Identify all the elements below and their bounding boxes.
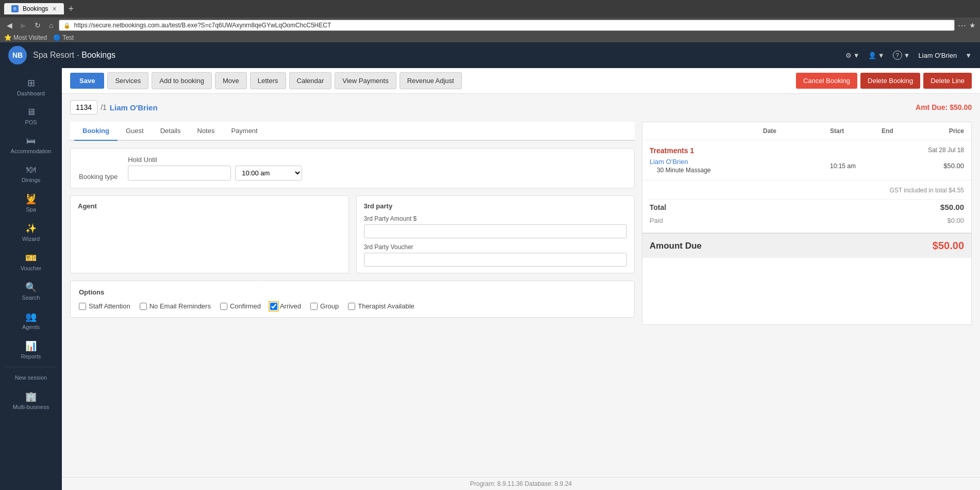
treatment-guest-name: Liam O'Brien: [650, 158, 763, 166]
sidebar-item-dashboard[interactable]: ⊞ Dashboard: [0, 72, 62, 102]
toolbar-right: Cancel Booking Delete Booking Delete Lin…: [796, 73, 972, 89]
add-to-booking-button[interactable]: Add to booking: [152, 72, 212, 89]
therapist-available-checkbox[interactable]: [348, 303, 355, 310]
home-btn[interactable]: ⌂: [46, 20, 56, 30]
accommodation-label: Accommodation: [11, 148, 52, 154]
pos-icon: 🖥: [26, 107, 36, 118]
lock-icon: 🔒: [63, 22, 71, 29]
browser-tab[interactable]: B Bookings ✕: [4, 3, 64, 14]
search-icon: 🔍: [25, 282, 37, 293]
agents-label: Agents: [22, 324, 40, 330]
booking-slash: /1: [101, 103, 107, 111]
delete-booking-button[interactable]: Delete Booking: [860, 73, 920, 89]
sidebar-item-spa[interactable]: 💆 Spa: [0, 188, 62, 218]
forward-btn[interactable]: ▶: [18, 20, 29, 30]
tab-notes[interactable]: Notes: [189, 122, 223, 141]
refresh-btn[interactable]: ↻: [32, 20, 43, 30]
sidebar-item-multi-business[interactable]: 🏢 Multi-business: [0, 386, 62, 415]
new-tab-btn[interactable]: +: [68, 4, 74, 14]
confirmed-checkbox[interactable]: [220, 303, 227, 310]
col-date: Date: [763, 127, 830, 135]
view-payments-button[interactable]: View Payments: [335, 72, 396, 89]
right-panel: Date Start End Price Treatments 1 Sat 28…: [642, 122, 972, 325]
site-name: Spa Resort: [33, 51, 74, 59]
no-email-reminders-checkbox[interactable]: [140, 303, 147, 310]
booking-type-label: Booking type: [79, 173, 118, 181]
sidebar-item-voucher[interactable]: 🎫 Voucher: [0, 247, 62, 276]
sidebar-item-reports[interactable]: 📊 Reports: [0, 335, 62, 365]
sidebar-item-search[interactable]: 🔍 Search: [0, 276, 62, 306]
staff-attention-checkbox[interactable]: [79, 303, 86, 310]
settings-btn[interactable]: ⚙ ▼: [845, 52, 860, 59]
save-button[interactable]: Save: [70, 73, 104, 89]
option-therapist-available[interactable]: Therapist Available: [348, 302, 414, 310]
hold-until-inputs: 10:00 am: [128, 166, 302, 181]
accommodation-icon: 🛏: [26, 136, 36, 146]
right-panel-header: Date Start End Price: [642, 122, 971, 140]
dinings-icon: 🍽: [26, 165, 36, 175]
new-session-label: New session: [15, 374, 47, 381]
browser-nav: ◀ ▶ ↻ ⌂ 🔒 https://secure.netbookings.com…: [0, 18, 980, 33]
tab-details[interactable]: Details: [152, 122, 189, 141]
treatment-service-name: 30 Minute Massage: [650, 167, 763, 174]
third-party-amount-label: 3rd Party Amount $: [364, 215, 627, 222]
sidebar-item-dinings[interactable]: 🍽 Dinings: [0, 159, 62, 188]
gst-label: GST included in total $4.55: [889, 187, 964, 194]
bookmark-icon: 🔵: [53, 34, 61, 41]
booking-header: 1134 /1 Liam O'Brien Amt Due: $50.00: [70, 100, 972, 115]
reports-icon: 📊: [25, 340, 37, 352]
bookmark-star-icon[interactable]: ★: [969, 21, 976, 29]
sidebar-item-agents[interactable]: 👥 Agents: [0, 306, 62, 335]
address-bar[interactable]: 🔒 https://secure.netbookings.com.au/test…: [59, 20, 955, 31]
app-title: Spa Resort - Bookings: [33, 51, 115, 60]
option-group[interactable]: Group: [310, 302, 339, 310]
calendar-button[interactable]: Calendar: [289, 72, 332, 89]
help-icon: ?: [893, 51, 902, 60]
option-confirmed[interactable]: Confirmed: [220, 302, 261, 310]
move-button[interactable]: Move: [215, 72, 247, 89]
third-party-voucher-group: 3rd Party Voucher: [364, 243, 627, 267]
letters-button[interactable]: Letters: [250, 72, 286, 89]
amt-due-display: Amt Due: $50.00: [916, 103, 972, 111]
revenue-adjust-button[interactable]: Revenue Adjust: [400, 72, 462, 89]
tab-guest[interactable]: Guest: [118, 122, 152, 141]
settings-caret: ▼: [853, 52, 860, 59]
option-staff-attention[interactable]: Staff Attention: [79, 302, 130, 310]
more-options-icon[interactable]: ⋯: [958, 21, 966, 30]
col-price: Price: [923, 127, 964, 135]
third-party-voucher-input[interactable]: [364, 253, 627, 267]
bookmark-test[interactable]: 🔵 Test: [53, 34, 74, 41]
treatment-date: Sat 28 Jul 18: [928, 146, 964, 155]
tab-label: Bookings: [23, 5, 48, 12]
help-btn[interactable]: ? ▼: [893, 51, 910, 60]
main-content: Save Services Add to booking Move Letter…: [62, 68, 980, 490]
tab-payment[interactable]: Payment: [223, 122, 265, 141]
services-button[interactable]: Services: [107, 72, 148, 89]
agent-label: Agent: [78, 202, 341, 210]
delete-line-button[interactable]: Delete Line: [923, 73, 972, 89]
hold-until-time-select[interactable]: 10:00 am: [235, 166, 302, 181]
sidebar-item-accommodation[interactable]: 🛏 Accommodation: [0, 130, 62, 159]
arrived-checkbox[interactable]: [270, 303, 277, 310]
booking-id-input[interactable]: 1134: [70, 100, 97, 115]
sidebar-item-pos[interactable]: 🖥 POS: [0, 102, 62, 130]
back-btn[interactable]: ◀: [4, 20, 15, 30]
tab-booking[interactable]: Booking: [74, 122, 118, 141]
sidebar-item-new-session[interactable]: New session: [0, 369, 62, 386]
dashboard-label: Dashboard: [17, 90, 45, 96]
option-no-email-reminders[interactable]: No Email Reminders: [140, 302, 211, 310]
bookmark-most-visited[interactable]: ⭐ Most Visited: [4, 34, 47, 41]
username-display: Liam O'Brien: [918, 52, 957, 59]
group-checkbox[interactable]: [310, 303, 318, 310]
booking-type-group: Booking type: [79, 173, 118, 181]
user-profile-btn[interactable]: 👤 ▼: [868, 52, 885, 59]
agents-icon: 👥: [25, 311, 37, 322]
tab-close[interactable]: ✕: [52, 6, 57, 12]
sidebar-item-wizard[interactable]: ✨ Wizard: [0, 218, 62, 247]
title-separator: -: [77, 51, 82, 59]
hold-until-date-input[interactable]: [128, 166, 231, 181]
cancel-booking-button[interactable]: Cancel Booking: [796, 73, 857, 89]
option-arrived[interactable]: Arrived: [270, 302, 301, 310]
third-party-amount-input[interactable]: [364, 224, 627, 238]
top-nav: NB Spa Resort - Bookings ⚙ ▼ 👤 ▼ ? ▼ Lia…: [0, 42, 980, 68]
